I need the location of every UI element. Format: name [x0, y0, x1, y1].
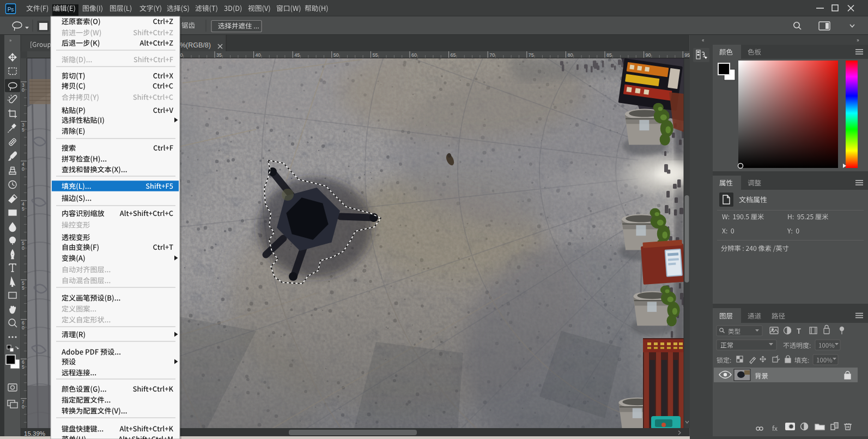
svg-text:0: 0 — [22, 404, 25, 410]
svg-text:80: 80 — [567, 52, 573, 58]
svg-text:0: 0 — [22, 166, 25, 172]
svg-text:95: 95 — [684, 52, 690, 58]
svg-text:60: 60 — [411, 52, 417, 58]
svg-text:0: 0 — [22, 87, 25, 93]
svg-text:45: 45 — [294, 52, 300, 58]
svg-text:5: 5 — [22, 127, 25, 133]
svg-text:0: 0 — [22, 325, 25, 330]
svg-text:55: 55 — [372, 52, 378, 58]
svg-text:15.39%: 15.39% — [24, 430, 45, 437]
svg-text:%(RGB/8): %(RGB/8) — [180, 41, 211, 49]
svg-text:75: 75 — [529, 52, 534, 58]
svg-text:5: 5 — [22, 364, 25, 370]
svg-text:85: 85 — [606, 52, 612, 58]
svg-text:5: 5 — [22, 285, 25, 291]
svg-text:70: 70 — [489, 52, 495, 58]
svg-text:0: 0 — [22, 245, 25, 251]
svg-text:40: 40 — [256, 52, 261, 58]
svg-text:Ps: Ps — [8, 7, 14, 13]
svg-text:50: 50 — [333, 52, 339, 58]
svg-text:5: 5 — [22, 206, 25, 212]
svg-text:90: 90 — [646, 52, 651, 58]
svg-text:35: 35 — [216, 52, 222, 58]
svg-text:65: 65 — [451, 52, 456, 58]
